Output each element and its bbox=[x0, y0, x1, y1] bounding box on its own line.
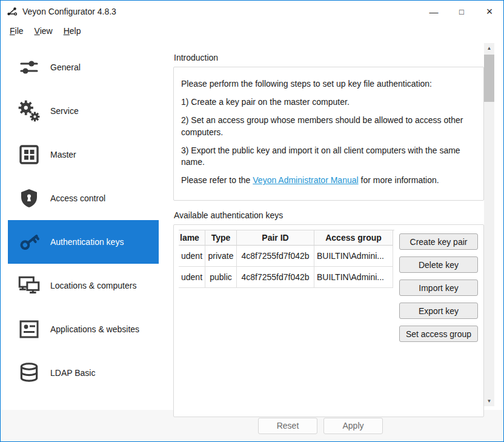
monitors-icon bbox=[15, 272, 43, 300]
window-title: Veyon Configurator 4.8.3 bbox=[22, 7, 116, 16]
titlebar[interactable]: Veyon Configurator 4.8.3 — □ × bbox=[1, 1, 503, 22]
menu-view[interactable]: View bbox=[29, 24, 58, 38]
sidebar-item-label: Master bbox=[50, 150, 76, 159]
sidebar-item-service[interactable]: Service bbox=[8, 89, 159, 133]
minimize-button[interactable]: — bbox=[420, 1, 448, 22]
admin-manual-link[interactable]: Veyon Administrator Manual bbox=[253, 175, 358, 185]
import-key-button[interactable]: Import key bbox=[399, 280, 478, 296]
export-key-button[interactable]: Export key bbox=[399, 303, 478, 319]
main-area: General bbox=[1, 39, 503, 410]
manual-suffix: for more information. bbox=[359, 175, 439, 185]
shield-icon bbox=[15, 184, 43, 212]
sidebar-item-label: Authentication keys bbox=[50, 237, 124, 247]
set-access-group-button[interactable]: Set access group bbox=[399, 326, 478, 342]
intro-instruction: Please perform the following steps to se… bbox=[181, 78, 476, 90]
column-header-type[interactable]: Type bbox=[205, 230, 237, 246]
create-key-pair-button[interactable]: Create key pair bbox=[399, 233, 478, 250]
sliders-icon bbox=[15, 53, 43, 81]
sidebar-item-locations-computers[interactable]: Locations & computers bbox=[8, 264, 159, 307]
introduction-box: Please perform the following steps to se… bbox=[173, 67, 484, 201]
gears-icon bbox=[15, 97, 43, 125]
menu-file[interactable]: File bbox=[4, 24, 29, 38]
table-cell[interactable]: BUILTIN\Admini... bbox=[314, 267, 393, 288]
veyon-configurator-window: Veyon Configurator 4.8.3 — □ × File View… bbox=[0, 0, 504, 442]
intro-step-2: 2) Set an access group whose members sho… bbox=[181, 115, 476, 139]
sidebar-item-label: Applications & websites bbox=[50, 324, 139, 334]
content-pane: Introduction Please perform the followin… bbox=[173, 53, 484, 417]
scroll-down-icon[interactable]: ▼ bbox=[484, 396, 494, 406]
table-cell[interactable]: public bbox=[205, 267, 237, 288]
menubar: File View Help bbox=[1, 22, 503, 39]
table-cell[interactable]: udent bbox=[179, 267, 205, 288]
intro-step-1: 1) Create a key pair on the master compu… bbox=[181, 96, 476, 109]
sidebar-item-label: Service bbox=[50, 106, 79, 116]
app-window-icon bbox=[15, 315, 43, 343]
veyon-app-icon bbox=[7, 6, 18, 17]
vertical-scrollbar[interactable]: ▲ ▼ bbox=[484, 43, 494, 406]
scrollbar-thumb[interactable] bbox=[484, 55, 494, 102]
sidebar-item-master[interactable]: Master bbox=[8, 133, 159, 176]
scroll-up-icon[interactable]: ▲ bbox=[484, 43, 494, 53]
maximize-button[interactable]: □ bbox=[448, 1, 476, 22]
sidebar-item-authentication-keys[interactable]: Authentication keys bbox=[8, 220, 159, 264]
auth-keys-table[interactable]: lame Type Pair ID Access group udent pri… bbox=[179, 230, 394, 412]
sidebar-item-ldap-basic[interactable]: LDAP Basic bbox=[8, 351, 159, 395]
delete-key-button[interactable]: Delete key bbox=[399, 256, 478, 273]
auth-keys-title: Available authentication keys bbox=[174, 210, 484, 220]
sidebar-item-label: Access control bbox=[50, 193, 105, 203]
sidebar: General bbox=[8, 45, 159, 395]
menu-help[interactable]: Help bbox=[58, 24, 87, 38]
apply-button[interactable]: Apply bbox=[323, 418, 383, 434]
sidebar-item-applications-websites[interactable]: Applications & websites bbox=[8, 307, 159, 351]
intro-step-3: 3) Export the public key and import it o… bbox=[181, 145, 476, 169]
table-cell[interactable]: private bbox=[205, 246, 237, 267]
sidebar-item-label: General bbox=[50, 62, 81, 72]
introduction-title: Introduction bbox=[174, 53, 484, 62]
manual-prefix: Please refer to the bbox=[181, 175, 253, 185]
reset-button[interactable]: Reset bbox=[258, 418, 317, 434]
intro-manual-line: Please refer to the Veyon Administrator … bbox=[181, 175, 476, 187]
column-header-name[interactable]: lame bbox=[179, 230, 205, 246]
table-cell[interactable]: udent bbox=[179, 246, 205, 267]
sidebar-item-label: Locations & computers bbox=[50, 281, 136, 290]
window-controls: — □ × bbox=[420, 1, 503, 22]
grid-window-icon bbox=[15, 141, 43, 169]
table-cell[interactable]: 4c8f7255fd7f042b bbox=[237, 267, 314, 288]
sidebar-item-label: LDAP Basic bbox=[50, 368, 95, 378]
column-header-pair-id[interactable]: Pair ID bbox=[237, 230, 314, 246]
close-button[interactable]: × bbox=[476, 1, 503, 22]
table-cell[interactable]: BUILTIN\Admini... bbox=[314, 246, 393, 267]
column-header-access-group[interactable]: Access group bbox=[314, 230, 393, 246]
sidebar-item-access-control[interactable]: Access control bbox=[8, 176, 159, 220]
auth-keys-box: lame Type Pair ID Access group udent pri… bbox=[173, 224, 484, 417]
key-action-buttons: Create key pair Delete key Import key Ex… bbox=[399, 230, 478, 412]
table-cell[interactable]: 4c8f7255fd7f042b bbox=[237, 246, 314, 267]
sidebar-item-general[interactable]: General bbox=[8, 45, 159, 89]
key-icon bbox=[15, 228, 43, 256]
database-icon bbox=[15, 359, 43, 387]
